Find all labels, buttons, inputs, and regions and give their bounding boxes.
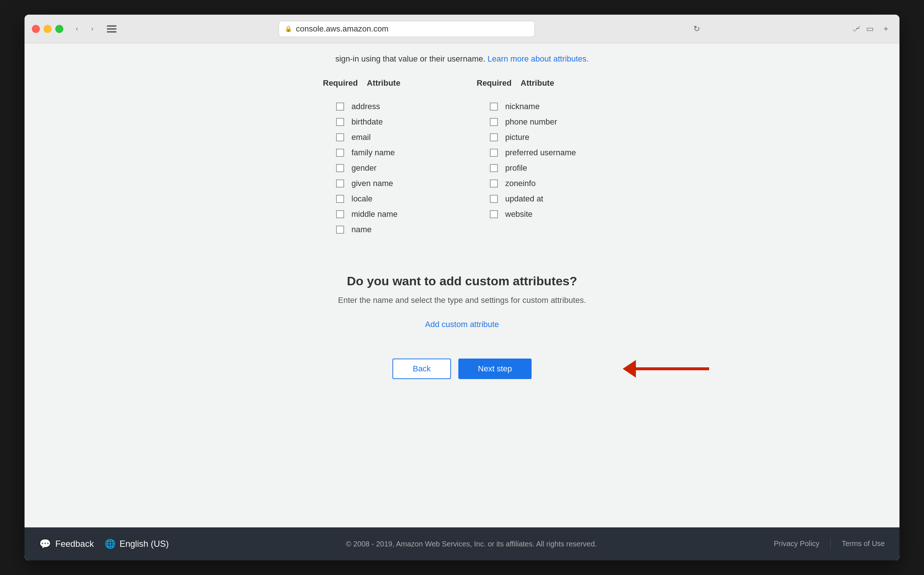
info-text: sign-in using that value or their userna… (39, 54, 885, 64)
zoneinfo-checkbox[interactable] (490, 179, 498, 187)
name-label: name (352, 225, 372, 234)
gender-label: gender (352, 164, 377, 173)
list-item: locale (323, 191, 447, 206)
list-item: email (323, 130, 447, 145)
lock-icon: 🔒 (285, 25, 292, 32)
right-attributes-column: Required Attribute nickname phone number… (477, 78, 601, 237)
back-button[interactable]: Back (393, 359, 451, 379)
family-name-checkbox[interactable] (336, 149, 344, 157)
feedback-button[interactable]: 💬 Feedback (39, 538, 94, 550)
browser-window: ‹ › 🔒 console.aws.amazon.com ↻ ⍻ ▭ + sig… (25, 15, 899, 560)
list-item: birthdate (323, 114, 447, 130)
forward-nav-button[interactable]: › (86, 23, 98, 35)
svg-rect-0 (107, 25, 116, 27)
updated-at-checkbox[interactable] (490, 195, 498, 203)
profile-checkbox[interactable] (490, 164, 498, 172)
picture-label: picture (505, 133, 529, 142)
next-step-button[interactable]: Next step (458, 359, 531, 379)
list-item: family name (323, 145, 447, 160)
list-item: phone number (477, 114, 601, 130)
copyright-text: © 2008 - 2019, Amazon Web Services, Inc.… (346, 540, 597, 548)
left-attribute-header: Attribute (367, 78, 401, 88)
new-window-icon[interactable]: ▭ (866, 24, 874, 34)
buttons-section: Back Next step (39, 344, 885, 401)
custom-attributes-title: Do you want to add custom attributes? (39, 274, 885, 288)
minimize-button[interactable] (44, 25, 52, 33)
list-item: preferred username (477, 145, 601, 160)
svg-rect-2 (107, 31, 116, 33)
nickname-label: nickname (505, 102, 540, 111)
left-attributes-column: Required Attribute address birthdate ema… (323, 78, 447, 237)
footer: 💬 Feedback 🌐 English (US) © 2008 - 2019,… (25, 527, 899, 560)
list-item: zoneinfo (477, 176, 601, 191)
title-bar: ‹ › 🔒 console.aws.amazon.com ↻ ⍻ ▭ + (25, 15, 899, 43)
sidebar-toggle-button[interactable] (104, 23, 119, 35)
main-content: sign-in using that value or their userna… (25, 43, 899, 527)
given-name-checkbox[interactable] (336, 179, 344, 187)
locale-label: locale (352, 194, 372, 203)
phone-number-label: phone number (505, 117, 557, 127)
family-name-label: family name (352, 148, 395, 157)
share-icon[interactable]: ⍻ (852, 24, 860, 34)
toolbar-right: ⍻ ▭ + (852, 23, 892, 35)
birthdate-checkbox[interactable] (336, 118, 344, 126)
footer-right: Privacy Policy Terms of Use (774, 540, 885, 548)
language-selector[interactable]: 🌐 English (US) (105, 539, 169, 549)
add-tab-button[interactable]: + (880, 23, 892, 35)
maximize-button[interactable] (55, 25, 63, 33)
custom-attributes-description: Enter the name and select the type and s… (39, 295, 885, 305)
list-item: middle name (323, 206, 447, 222)
add-custom-attribute-link[interactable]: Add custom attribute (425, 320, 499, 329)
email-checkbox[interactable] (336, 133, 344, 141)
list-item: website (477, 206, 601, 222)
language-label: English (US) (119, 539, 169, 549)
list-item: name (323, 222, 447, 237)
terms-of-use-link[interactable]: Terms of Use (842, 540, 885, 548)
zoneinfo-label: zoneinfo (505, 179, 536, 188)
back-nav-button[interactable]: ‹ (71, 23, 83, 35)
middle-name-label: middle name (352, 210, 398, 219)
close-button[interactable] (32, 25, 40, 33)
svg-rect-1 (107, 28, 116, 30)
profile-label: profile (505, 164, 527, 173)
address-bar[interactable]: 🔒 console.aws.amazon.com (279, 21, 535, 37)
list-item: profile (477, 160, 601, 176)
learn-more-link[interactable]: Learn more about attributes. (488, 54, 589, 64)
right-attribute-header: Attribute (521, 78, 554, 88)
website-label: website (505, 210, 533, 219)
middle-name-checkbox[interactable] (336, 210, 344, 218)
preferred-username-checkbox[interactable] (490, 149, 498, 157)
name-checkbox[interactable] (336, 226, 344, 233)
arrow-indicator (623, 360, 709, 378)
locale-checkbox[interactable] (336, 195, 344, 203)
arrow-shaft (636, 367, 709, 370)
list-item: address (323, 99, 447, 114)
feedback-icon: 💬 (39, 538, 51, 550)
list-item: given name (323, 176, 447, 191)
given-name-label: given name (352, 179, 393, 188)
privacy-policy-link[interactable]: Privacy Policy (774, 540, 819, 548)
updated-at-label: updated at (505, 194, 543, 203)
list-item: updated at (477, 191, 601, 206)
right-column-header: Required Attribute (477, 78, 601, 92)
url-text: console.aws.amazon.com (296, 24, 388, 34)
phone-number-checkbox[interactable] (490, 118, 498, 126)
list-item: nickname (477, 99, 601, 114)
website-checkbox[interactable] (490, 210, 498, 218)
left-column-header: Required Attribute (323, 78, 447, 92)
globe-icon: 🌐 (105, 539, 116, 549)
nickname-checkbox[interactable] (490, 103, 498, 111)
list-item: gender (323, 160, 447, 176)
address-label: address (352, 102, 380, 111)
gender-checkbox[interactable] (336, 164, 344, 172)
page-content: sign-in using that value or their userna… (25, 43, 899, 560)
attributes-grid: Required Attribute address birthdate ema… (39, 78, 885, 237)
reload-button[interactable]: ↻ (693, 24, 700, 34)
custom-attributes-section: Do you want to add custom attributes? En… (39, 259, 885, 344)
address-checkbox[interactable] (336, 103, 344, 111)
arrow-head-icon (623, 360, 636, 378)
email-label: email (352, 133, 371, 142)
traffic-lights (32, 25, 63, 33)
picture-checkbox[interactable] (490, 133, 498, 141)
preferred-username-label: preferred username (505, 148, 576, 157)
